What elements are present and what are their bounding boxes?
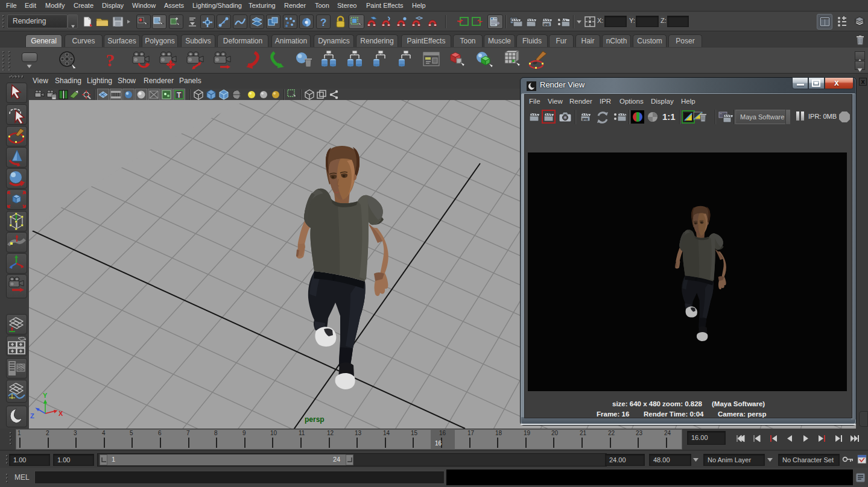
svg-text:Y: Y: [43, 392, 48, 399]
svg-text:"": "": [720, 113, 722, 116]
svg-text:T: T: [177, 91, 182, 99]
svg-text:?: ?: [106, 50, 115, 70]
svg-text:X: X: [59, 410, 63, 417]
svg-text:Z: Z: [30, 412, 34, 419]
svg-text:persp: persp: [305, 415, 325, 424]
svg-text:IPR: IPR: [543, 23, 550, 27]
svg-text:?: ?: [320, 17, 326, 28]
svg-text:IPR: IPR: [582, 118, 589, 121]
